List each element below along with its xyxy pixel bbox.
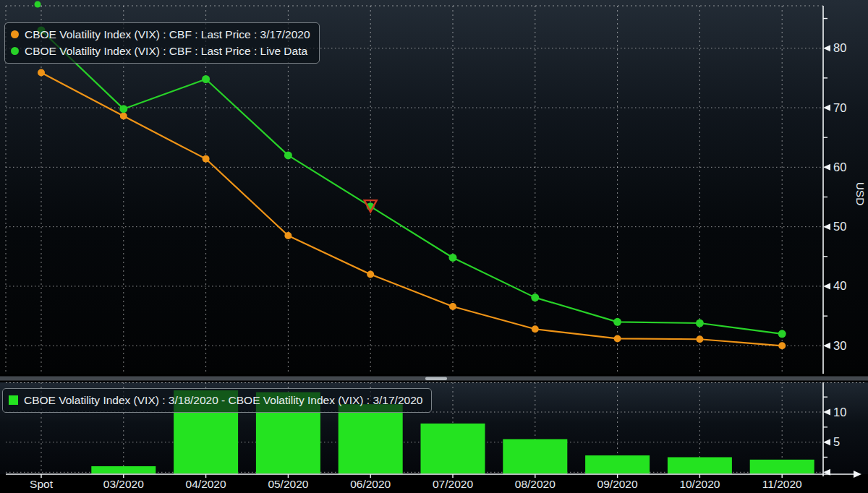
- data-point-marker: [532, 325, 539, 333]
- splitter-handle[interactable]: [425, 377, 447, 381]
- spread-bar-07-2020: [421, 424, 485, 473]
- data-point-marker: [203, 155, 210, 163]
- spread-series-marker-icon: [9, 395, 18, 405]
- data-point-marker: [531, 293, 539, 301]
- spread-bar-03-2020: [91, 466, 156, 473]
- x-tick-label: 09/2020: [597, 478, 638, 490]
- chart-canvas: 807060504030105USDSpot03/202004/202005/2…: [0, 0, 868, 493]
- data-point-marker: [778, 342, 786, 349]
- bottom-y-tick-label: 10: [833, 406, 846, 419]
- x-tick-label: 05/2020: [268, 478, 308, 490]
- data-point-marker: [119, 105, 127, 113]
- top-y-tick-label: 70: [833, 101, 846, 114]
- data-point-marker: [202, 75, 210, 83]
- orange-series-marker-icon: [11, 30, 19, 38]
- spread-bar-06-2020: [339, 404, 403, 473]
- data-point-marker: [696, 320, 704, 327]
- bottom-y-tick-label: 5: [833, 435, 840, 448]
- y-axis-unit-label: USD: [854, 182, 867, 206]
- top-y-tick-label: 60: [833, 160, 846, 173]
- legend-row-spread: CBOE Volatility Index (VIX) : 3/18/2020 …: [9, 392, 422, 408]
- data-point-marker: [284, 232, 292, 239]
- x-tick-label: Spot: [30, 478, 54, 490]
- data-point-marker: [449, 303, 456, 310]
- spread-bar-08-2020: [503, 439, 567, 473]
- data-point-marker: [449, 254, 457, 262]
- spread-bar-11-2020: [750, 460, 814, 473]
- data-point-marker: [778, 330, 786, 338]
- x-tick-label: 11/2020: [762, 478, 802, 490]
- data-point-marker: [120, 113, 127, 120]
- legend-label-green: CBOE Volatility Index (VIX) : CBF : Last…: [25, 43, 307, 59]
- x-tick-label: 06/2020: [350, 478, 391, 490]
- data-point-marker: [367, 271, 374, 278]
- legend-label-orange: CBOE Volatility Index (VIX) : CBF : Last…: [25, 26, 310, 43]
- vix-terminal-chart: 807060504030105USDSpot03/202004/202005/2…: [0, 0, 868, 493]
- x-tick-label: 04/2020: [186, 478, 226, 490]
- data-point-marker: [613, 318, 621, 326]
- data-point-marker: [284, 151, 292, 159]
- x-tick-label: 10/2020: [679, 478, 720, 490]
- x-tick-label: 08/2020: [515, 478, 556, 490]
- top-y-tick-label: 80: [833, 41, 846, 54]
- bottom-panel-legend: CBOE Volatility Index (VIX) : 3/18/2020 …: [2, 388, 432, 413]
- top-y-tick-label: 30: [833, 339, 846, 352]
- top-y-tick-label: 40: [833, 279, 846, 292]
- legend-label-spread: CBOE Volatility Index (VIX) : 3/18/2020 …: [24, 392, 422, 408]
- data-point-marker: [38, 69, 45, 76]
- top-panel-legend: CBOE Volatility Index (VIX) : CBF : Last…: [4, 22, 320, 64]
- spread-bar-09-2020: [585, 455, 650, 473]
- green-series-marker-icon: [11, 47, 19, 55]
- legend-row-green: CBOE Volatility Index (VIX) : CBF : Last…: [11, 43, 310, 59]
- x-tick-label: 07/2020: [433, 478, 473, 490]
- clipped-green-dot-artifact: [35, 1, 41, 8]
- data-point-marker: [696, 335, 703, 343]
- spread-bar-10-2020: [668, 457, 732, 473]
- x-tick-label: 03/2020: [103, 478, 144, 490]
- top-y-tick-label: 50: [833, 220, 846, 233]
- data-point-marker: [614, 335, 621, 342]
- legend-row-orange: CBOE Volatility Index (VIX) : CBF : Last…: [11, 26, 310, 43]
